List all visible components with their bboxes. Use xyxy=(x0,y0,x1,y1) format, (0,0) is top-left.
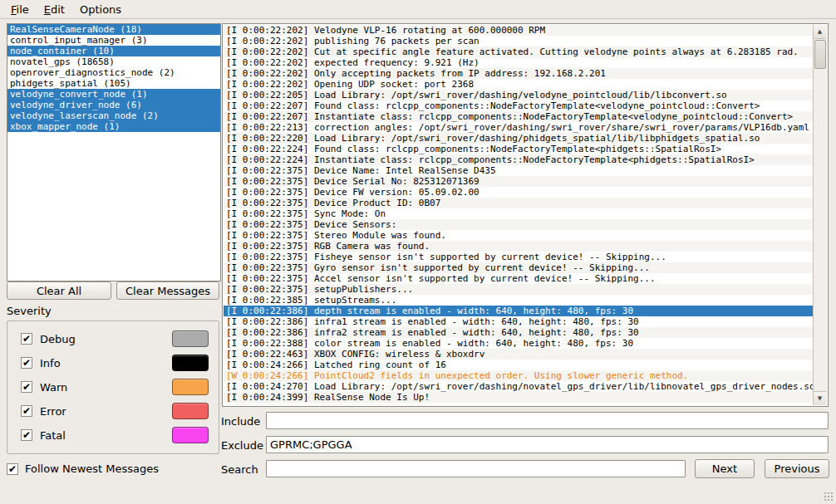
exclude-label: Exclude xyxy=(221,439,263,452)
log-row[interactable]: [I 0:00:22:386] infra2 stream is enabled… xyxy=(224,327,814,338)
node-list-item[interactable]: velodyne_laserscan_node (2) xyxy=(7,110,220,121)
severity-color-swatch-warn[interactable] xyxy=(172,379,209,395)
severity-row-info: ✔Info xyxy=(21,354,210,372)
log-row[interactable]: [I 0:00:22:220] Load Library: /opt/swri_… xyxy=(224,133,814,144)
resize-grip[interactable] xyxy=(824,492,834,502)
log-row[interactable]: [I 0:00:22:202] Velodyne VLP-16 rotating… xyxy=(224,25,814,36)
severity-color-swatch-error[interactable] xyxy=(172,403,209,419)
log-row[interactable]: [I 0:00:22:202] Opening UDP socket: port… xyxy=(224,79,814,90)
log-row[interactable]: [I 0:00:22:202] publishing 76 packets pe… xyxy=(224,36,814,46)
log-row[interactable]: [I 0:00:22:388] color stream is enabled … xyxy=(224,338,814,349)
log-row[interactable]: [I 0:00:22:202] Only accepting packets f… xyxy=(224,68,814,79)
log-row[interactable]: [I 0:00:22:207] Instantiate class: rclcp… xyxy=(224,111,814,122)
severity-group: ✔Debug✔Info✔Warn✔Error✔Fatal xyxy=(7,321,219,454)
log-row[interactable]: [I 0:00:22:386] infra1 stream is enabled… xyxy=(224,316,814,327)
log-row[interactable]: [I 0:00:22:375] Device FW version: 05.09… xyxy=(224,187,814,198)
log-rows[interactable]: [I 0:00:22:202] Velodyne VLP-16 rotating… xyxy=(224,25,814,405)
severity-title: Severity xyxy=(7,305,52,317)
node-list-item[interactable]: velodyne_convert_node (1) xyxy=(7,89,220,100)
menu-edit[interactable]: Edit xyxy=(37,2,72,17)
log-view[interactable]: [I 0:00:22:202] Velodyne VLP-16 rotating… xyxy=(222,23,829,407)
log-row[interactable]: [I 0:00:22:375] Device Name: Intel RealS… xyxy=(224,165,814,176)
log-row[interactable]: [I 0:00:24:270] Load Library: /opt/swri_… xyxy=(224,381,814,392)
severity-label-fatal: Fatal xyxy=(40,429,66,442)
severity-row-fatal: ✔Fatal xyxy=(21,426,210,444)
follow-newest-checkbox[interactable]: ✔ xyxy=(7,463,18,475)
log-row[interactable]: [I 0:00:22:375] Gyro sensor isn't suppor… xyxy=(224,262,814,273)
node-list-item[interactable]: openrover_diagnostics_node (2) xyxy=(7,67,220,78)
log-row[interactable]: [I 0:00:22:375] Device Serial No: 825312… xyxy=(224,176,814,187)
follow-newest-row[interactable]: ✔ Follow Newest Messages xyxy=(7,462,159,475)
log-row[interactable]: [I 0:00:22:385] setupStreams... xyxy=(224,295,814,306)
node-list[interactable]: RealSenseCameraNode (18)control_input_ma… xyxy=(7,23,221,281)
severity-label-info: Info xyxy=(40,357,61,369)
severity-checkbox-info[interactable]: ✔ xyxy=(21,357,32,369)
severity-label-error: Error xyxy=(40,405,66,418)
search-label: Search xyxy=(221,463,258,476)
clear-all-button[interactable]: Clear All xyxy=(7,281,111,300)
log-row[interactable]: [I 0:00:22:375] Sync Mode: On xyxy=(224,208,814,219)
severity-checkbox-fatal[interactable]: ✔ xyxy=(21,429,32,441)
menu-options[interactable]: Options xyxy=(72,2,129,17)
include-input[interactable] xyxy=(266,412,829,429)
node-list-item[interactable]: control_input_manager (3) xyxy=(7,35,220,46)
log-row[interactable]: [I 0:00:22:375] Fisheye sensor isn't sup… xyxy=(224,252,814,262)
node-list-item[interactable]: novatel_gps (18658) xyxy=(7,56,220,67)
severity-checkbox-warn[interactable]: ✔ xyxy=(21,381,32,393)
clear-messages-button[interactable]: Clear Messages xyxy=(116,281,219,300)
log-row[interactable]: [I 0:00:22:213] correction angles: /opt/… xyxy=(224,122,814,133)
scroll-thumb[interactable] xyxy=(814,40,826,69)
severity-row-debug: ✔Debug xyxy=(21,330,210,348)
log-row[interactable]: [I 0:00:22:375] Device Sensors: xyxy=(224,219,814,230)
severity-checkbox-debug[interactable]: ✔ xyxy=(21,333,32,345)
severity-label-warn: Warn xyxy=(40,381,67,394)
log-row[interactable]: [I 0:00:22:375] Device Product ID: 0B07 xyxy=(224,198,814,208)
vertical-scrollbar[interactable]: ▲ ▼ xyxy=(813,25,827,405)
log-row[interactable]: [I 0:00:22:463] XBOX CONFIG: wireless & … xyxy=(224,349,814,360)
follow-newest-label: Follow Newest Messages xyxy=(25,462,159,475)
severity-color-swatch-fatal[interactable] xyxy=(172,427,209,443)
severity-row-error: ✔Error xyxy=(21,402,210,420)
severity-label-debug: Debug xyxy=(40,333,76,345)
node-list-item[interactable]: node_container (10) xyxy=(7,46,220,56)
log-row[interactable]: [I 0:00:22:207] Found class: rclcpp_comp… xyxy=(224,100,814,111)
log-row[interactable]: [I 0:00:24:266] Latched ring count of 16 xyxy=(224,360,814,370)
node-list-item[interactable]: xbox_mapper_node (1) xyxy=(7,121,220,132)
log-row[interactable]: [I 0:00:22:224] Found class: rclcpp_comp… xyxy=(224,144,814,154)
node-list-item[interactable]: phidgets_spatial (105) xyxy=(7,78,220,89)
severity-color-swatch-info[interactable] xyxy=(172,355,209,371)
log-row[interactable]: [I 0:00:22:375] Accel sensor isn't suppo… xyxy=(224,273,814,284)
log-row[interactable]: [I 0:00:22:375] setupPublishers... xyxy=(224,284,814,295)
severity-row-warn: ✔Warn xyxy=(21,378,210,396)
log-row[interactable]: [I 0:00:22:202] expected frequency: 9.92… xyxy=(224,57,814,68)
next-button[interactable]: Next xyxy=(695,459,755,478)
log-row[interactable]: [I 0:00:22:386] depth stream is enabled … xyxy=(224,306,814,316)
log-row[interactable]: [I 0:00:22:375] RGB Camera was found. xyxy=(224,241,814,252)
node-list-item[interactable]: RealSenseCameraNode (18) xyxy=(7,24,220,35)
menu-bar: FileEditOptions xyxy=(0,0,836,19)
log-row[interactable]: [W 0:00:24:266] PointCloud2 fields in un… xyxy=(224,370,814,381)
scroll-down-icon[interactable]: ▼ xyxy=(814,391,826,405)
severity-color-swatch-debug[interactable] xyxy=(172,330,209,347)
scroll-up-icon[interactable]: ▲ xyxy=(814,25,826,39)
log-row[interactable]: [I 0:00:22:224] Instantiate class: rclcp… xyxy=(224,154,814,165)
search-input[interactable] xyxy=(266,460,686,477)
previous-button[interactable]: Previous xyxy=(765,459,829,478)
log-row[interactable]: [I 0:00:24:399] RealSense Node Is Up! xyxy=(224,392,814,403)
menu-file[interactable]: File xyxy=(3,2,37,17)
log-row[interactable]: [I 0:00:22:375] Stereo Module was found. xyxy=(224,230,814,241)
include-label: Include xyxy=(221,415,260,428)
node-list-item[interactable]: velodyne_driver_node (6) xyxy=(7,100,220,110)
log-row[interactable]: [I 0:00:22:202] Cut at specific angle fe… xyxy=(224,46,814,57)
severity-checkbox-error[interactable]: ✔ xyxy=(21,405,32,417)
log-row[interactable]: [I 0:00:22:205] Load Library: /opt/swri_… xyxy=(224,90,814,100)
exclude-input[interactable] xyxy=(266,436,829,453)
